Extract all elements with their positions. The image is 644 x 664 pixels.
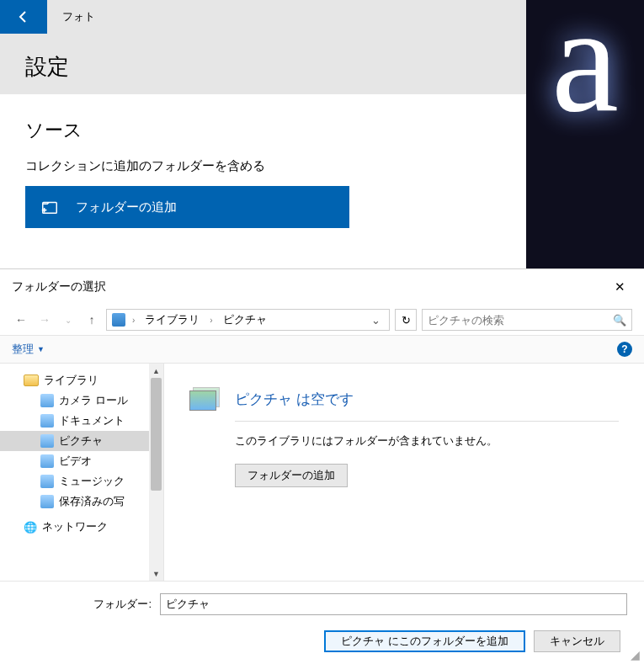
scroll-track[interactable] bbox=[149, 378, 163, 566]
tree-label: 保存済みの写 bbox=[59, 494, 125, 509]
tree-item[interactable]: ドキュメント bbox=[0, 411, 149, 431]
cancel-button[interactable]: キャンセル bbox=[534, 630, 620, 652]
select-folder-button[interactable]: ピクチャ にこのフォルダーを追加 bbox=[324, 630, 525, 652]
network-icon: 🌐 bbox=[24, 520, 37, 534]
nav-back-button[interactable]: ← bbox=[12, 311, 30, 329]
breadcrumb-item-current[interactable]: ピクチャ bbox=[220, 310, 270, 330]
dialog-buttons: ピクチャ にこのフォルダーを追加 キャンセル bbox=[17, 630, 627, 652]
empty-message: このライブラリにはフォルダーが含まれていません。 bbox=[235, 433, 619, 449]
tree-label: カメラ ロール bbox=[59, 393, 128, 408]
folder-icon bbox=[40, 394, 54, 407]
nav-up-button[interactable]: ↑ bbox=[82, 311, 101, 329]
tree-item[interactable]: ピクチャ bbox=[0, 431, 149, 451]
search-box[interactable]: 🔍 bbox=[422, 309, 632, 331]
tree-item[interactable]: 保存済みの写 bbox=[0, 491, 149, 512]
tree-label: ネットワーク bbox=[42, 519, 108, 534]
scroll-down-button[interactable]: ▼ bbox=[149, 566, 163, 581]
folder-picker-dialog: フォルダーの選択 ✕ ← → ⌄ ↑ › ライブラリ › ピクチャ ⌄ ↻ 🔍 … bbox=[0, 268, 644, 664]
empty-state-header: ピクチャ は空です bbox=[189, 387, 619, 411]
folder-icon bbox=[40, 434, 54, 448]
folder-name-input[interactable] bbox=[160, 593, 627, 615]
tree-item-libraries[interactable]: ライブラリ bbox=[0, 370, 149, 390]
desktop-background-fragment: a bbox=[526, 0, 644, 268]
folder-name-row: フォルダー: bbox=[17, 593, 627, 615]
empty-title: ピクチャ は空です bbox=[235, 390, 354, 409]
chevron-right-icon: › bbox=[206, 316, 216, 325]
dialog-main: ライブラリ カメラ ロールドキュメントピクチャビデオミュージック保存済みの写 🌐… bbox=[0, 364, 644, 582]
tree-label: ミュージック bbox=[59, 474, 125, 489]
tree-item[interactable]: ビデオ bbox=[0, 451, 149, 471]
breadcrumb-dropdown[interactable]: ⌄ bbox=[368, 314, 384, 327]
divider bbox=[235, 421, 619, 422]
nav-recent-dropdown[interactable]: ⌄ bbox=[59, 311, 77, 329]
tree-item-network[interactable]: 🌐 ネットワーク bbox=[0, 517, 149, 537]
tree-label: ライブラリ bbox=[44, 373, 98, 388]
folder-icon bbox=[40, 454, 54, 468]
folder-name-label: フォルダー: bbox=[17, 597, 152, 612]
scroll-thumb[interactable] bbox=[151, 378, 162, 491]
folder-icon bbox=[40, 495, 54, 508]
add-folder-button[interactable]: フォルダーの追加 bbox=[25, 186, 349, 228]
nav-forward-button[interactable]: → bbox=[35, 311, 54, 329]
caret-down-icon: ▼ bbox=[37, 345, 45, 353]
search-icon: 🔍 bbox=[613, 314, 626, 327]
resize-grip[interactable]: ◢ bbox=[631, 651, 642, 662]
content-pane: ピクチャ は空です このライブラリにはフォルダーが含まれていません。 フォルダー… bbox=[164, 364, 644, 581]
decorative-glyph: a bbox=[551, 0, 619, 128]
libraries-icon bbox=[24, 374, 39, 386]
tree-item[interactable]: カメラ ロール bbox=[0, 390, 149, 411]
arrow-left-icon bbox=[17, 10, 30, 24]
dialog-navbar: ← → ⌄ ↑ › ライブラリ › ピクチャ ⌄ ↻ 🔍 bbox=[0, 305, 644, 335]
tree-item[interactable]: ミュージック bbox=[0, 471, 149, 491]
breadcrumb-item-root[interactable]: ライブラリ bbox=[141, 310, 203, 330]
tree-panel: ライブラリ カメラ ロールドキュメントピクチャビデオミュージック保存済みの写 🌐… bbox=[0, 364, 164, 581]
search-input[interactable] bbox=[428, 314, 613, 327]
folder-icon bbox=[40, 414, 54, 428]
refresh-button[interactable]: ↻ bbox=[395, 309, 417, 331]
dialog-close-button[interactable]: ✕ bbox=[608, 276, 632, 298]
folder-tree[interactable]: ライブラリ カメラ ロールドキュメントピクチャビデオミュージック保存済みの写 🌐… bbox=[0, 364, 149, 581]
organize-label: 整理 bbox=[12, 342, 34, 357]
tree-scrollbar[interactable]: ▲ ▼ bbox=[149, 364, 163, 581]
breadcrumb[interactable]: › ライブラリ › ピクチャ ⌄ bbox=[106, 309, 390, 331]
chevron-right-icon: › bbox=[129, 316, 138, 325]
dialog-titlebar: フォルダーの選択 ✕ bbox=[0, 269, 644, 305]
organize-menu[interactable]: 整理 ▼ bbox=[12, 342, 45, 357]
app-title: フォト bbox=[47, 0, 528, 34]
add-folder-label: フォルダーの追加 bbox=[76, 199, 177, 215]
scroll-up-button[interactable]: ▲ bbox=[149, 364, 163, 378]
dialog-title: フォルダーの選択 bbox=[12, 279, 608, 295]
tree-label: ピクチャ bbox=[59, 433, 103, 449]
folder-icon bbox=[40, 475, 54, 488]
pictures-icon bbox=[189, 387, 220, 411]
back-button[interactable] bbox=[0, 0, 47, 34]
folder-plus-icon bbox=[40, 198, 59, 216]
dialog-footer: フォルダー: ピクチャ にこのフォルダーを追加 キャンセル bbox=[0, 582, 644, 664]
tree-label: ビデオ bbox=[59, 454, 92, 469]
help-button[interactable]: ? bbox=[617, 342, 632, 357]
empty-add-folder-button[interactable]: フォルダーの追加 bbox=[235, 464, 348, 487]
library-icon bbox=[112, 313, 125, 327]
tree-label: ドキュメント bbox=[59, 413, 125, 428]
dialog-toolbar: 整理 ▼ ? bbox=[0, 335, 644, 364]
